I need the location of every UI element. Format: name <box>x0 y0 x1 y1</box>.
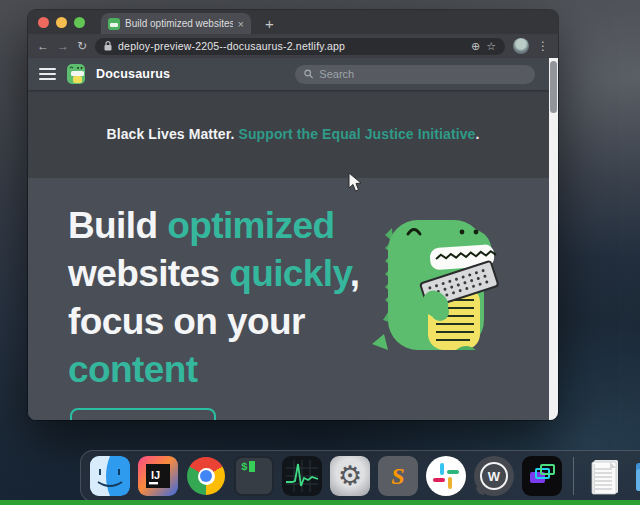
workplace-chat-icon: W <box>474 456 514 496</box>
svg-text:IJ: IJ <box>151 469 160 481</box>
documents-stack-icon <box>585 456 625 496</box>
search-icon <box>304 69 313 79</box>
hero-section: Build optimized websites quickly, focus … <box>28 178 558 420</box>
mouse-cursor <box>348 172 362 193</box>
dock: IJ $ ⚙ S <box>80 450 640 502</box>
address-bar[interactable]: deploy-preview-2205--docusaurus-2.netlif… <box>95 38 505 55</box>
announcement-suffix: . <box>475 126 479 142</box>
dock-item-sublime-text[interactable]: S <box>378 456 418 496</box>
site-brand[interactable]: Docusaurus <box>96 67 170 81</box>
announcement-bar: Black Lives Matter. Support the Equal Ju… <box>28 90 558 178</box>
window-controls <box>38 10 85 34</box>
dock-item-system-preferences[interactable]: ⚙ <box>330 456 370 496</box>
new-tab-button[interactable]: + <box>265 13 274 34</box>
dock-item-downloads-folder[interactable] <box>633 456 640 496</box>
announcement-link[interactable]: Support the Equal Justice Initiative <box>238 126 475 142</box>
dock-item-screen-capture[interactable] <box>522 456 562 496</box>
site-navbar: Docusaurus <box>28 58 558 90</box>
dock-divider <box>573 457 574 495</box>
tab-close-icon[interactable]: × <box>238 18 244 30</box>
dock-item-chrome[interactable] <box>186 456 226 496</box>
search-input[interactable] <box>319 68 526 80</box>
docusaurus-dinosaur-illustration <box>370 208 500 356</box>
scrollbar-thumb[interactable] <box>550 61 557 113</box>
tab-strip: Build optimized websites quick × + <box>28 10 558 34</box>
browser-toolbar: ← → ↻ deploy-preview-2205--docusaurus-2.… <box>28 34 558 58</box>
minimize-window-button[interactable] <box>56 17 67 28</box>
dock-item-activity-monitor[interactable] <box>282 456 322 496</box>
page-content: Docusaurus Black Lives Matter. Support t… <box>28 58 558 420</box>
close-window-button[interactable] <box>38 17 49 28</box>
announcement-text: Black Lives Matter. <box>107 126 235 142</box>
zoom-window-button[interactable] <box>74 17 85 28</box>
browser-menu-icon[interactable]: ⋮ <box>537 39 549 53</box>
finder-icon <box>90 456 130 496</box>
terminal-icon: $ <box>234 456 274 496</box>
browser-tab[interactable]: Build optimized websites quick × <box>101 13 251 34</box>
docusaurus-favicon-icon <box>108 18 120 30</box>
page-scrollbar[interactable] <box>549 58 558 420</box>
hamburger-menu-icon[interactable] <box>39 68 56 80</box>
intellij-idea-icon: IJ <box>138 456 178 496</box>
search-box[interactable] <box>295 65 535 84</box>
recording-progress-bar <box>0 500 640 505</box>
screen-capture-icon <box>522 456 562 496</box>
profile-avatar[interactable] <box>513 38 529 54</box>
reload-icon[interactable]: ↻ <box>77 40 87 52</box>
url-text: deploy-preview-2205--docusaurus-2.netlif… <box>118 40 465 52</box>
dock-item-terminal[interactable]: $ <box>234 456 274 496</box>
lock-icon <box>104 41 112 51</box>
dock-item-intellij-idea[interactable]: IJ <box>138 456 178 496</box>
browser-window: Build optimized websites quick × + ← → ↻… <box>28 10 558 420</box>
dock-item-workplace-chat[interactable]: W <box>474 456 514 496</box>
system-preferences-icon: ⚙ <box>330 456 370 496</box>
downloads-folder-icon <box>633 456 640 496</box>
bookmark-star-icon[interactable]: ☆ <box>486 41 496 52</box>
dock-item-documents-stack[interactable] <box>585 456 625 496</box>
sublime-text-icon: S <box>378 456 418 496</box>
dock-item-slack[interactable] <box>426 456 466 496</box>
dock-item-finder[interactable] <box>90 456 130 496</box>
docusaurus-logo-icon[interactable] <box>65 63 87 85</box>
back-icon[interactable]: ← <box>37 40 49 52</box>
page-action-icon[interactable]: ⊕ <box>471 41 480 52</box>
tab-title: Build optimized websites quick <box>125 18 233 29</box>
slack-icon <box>426 456 466 496</box>
forward-icon[interactable]: → <box>57 40 69 52</box>
activity-monitor-icon <box>282 456 322 496</box>
hero-title: Build optimized websites quickly, focus … <box>68 202 370 394</box>
chrome-icon <box>187 457 225 495</box>
get-started-button[interactable] <box>70 408 216 420</box>
